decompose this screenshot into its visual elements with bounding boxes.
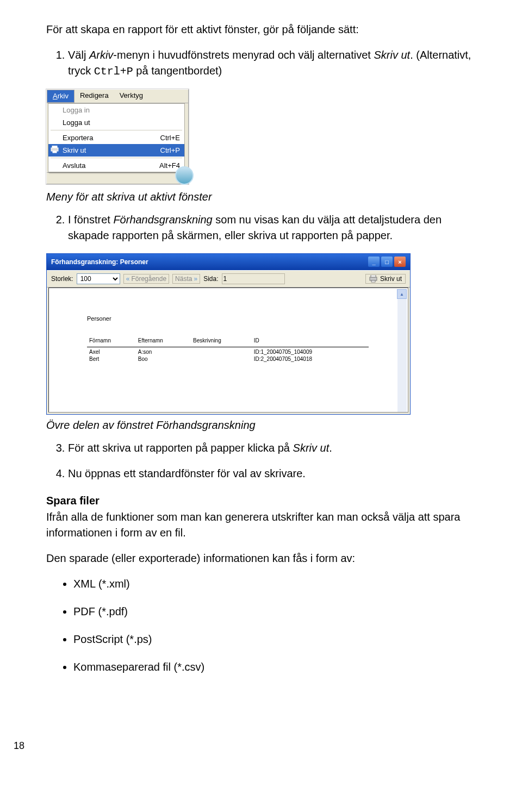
window-title: Förhandsgranskning: Personer — [51, 258, 148, 266]
label: Föregående — [131, 275, 166, 283]
storlek-select[interactable]: 100 — [77, 273, 120, 284]
steps-list-1: Välj Arkiv-menyn i huvudfönstrets menyra… — [46, 47, 476, 79]
below-dropdown-strip — [47, 172, 188, 184]
toolbar: Storlek: 100 « Föregående Nästa » Sida: … — [47, 270, 410, 288]
step-2: I fönstret Förhandsgranskning som nu vis… — [68, 212, 476, 243]
label: Skriv ut — [63, 146, 86, 154]
step-1: Välj Arkiv-menyn i huvudfönstrets menyra… — [68, 47, 476, 79]
caption-menu: Meny för att skriva ut aktivt fönster — [46, 191, 476, 203]
sida-input[interactable] — [222, 273, 285, 284]
report-title: Personer — [87, 315, 400, 322]
menubar-arkiv-rest: rkiv — [58, 92, 69, 100]
step-4: Nu öppnas ett standardfönster för val av… — [68, 466, 476, 482]
skrivut-word: Skriv ut — [374, 49, 410, 61]
close-button[interactable]: × — [394, 257, 406, 267]
col-efternamn: Efternamn — [136, 337, 191, 347]
menu-item-skrivut[interactable]: Skriv utCtrl+P — [48, 144, 184, 157]
arkiv-word: Arkiv — [89, 49, 113, 61]
label: Logga ut — [63, 118, 90, 127]
page-content: För att skapa en rapport för ett aktivt … — [0, 0, 522, 768]
svg-rect-1 — [51, 148, 58, 151]
svg-rect-5 — [371, 280, 375, 282]
spara-filer-heading: Spara filer — [46, 495, 476, 507]
format-item-xml: XML (*.xml) — [73, 576, 476, 592]
caption-preview: Övre delen av fönstret Förhandsgransknin… — [46, 419, 476, 432]
col-fornamn: Förnamn — [87, 337, 136, 347]
menu-separator — [51, 158, 182, 158]
menu-item-logga-in: Logga in — [48, 104, 184, 116]
maximize-button[interactable]: □ — [381, 257, 393, 267]
cell: ID:1_20040705_104009 — [252, 348, 369, 355]
report-canvas: ▲ Personer Förnamn Efternamn Beskrivning… — [48, 288, 408, 413]
col-beskrivning: Beskrivning — [191, 337, 252, 347]
svg-rect-4 — [370, 277, 377, 280]
menubar-verktyg[interactable]: Verktyg — [114, 90, 148, 103]
chevron-right-icon: » — [194, 275, 197, 283]
printer-icon — [51, 146, 59, 153]
label: Skriv ut — [380, 275, 402, 283]
shortcut: Ctrl+P — [160, 146, 180, 154]
window-titlebar: Förhandsgranskning: Personer _ □ × — [47, 254, 410, 270]
printer-icon — [369, 275, 378, 283]
menu-separator — [51, 130, 182, 130]
cell: A:son — [136, 348, 191, 355]
chevron-left-icon: « — [126, 275, 130, 283]
svg-rect-2 — [53, 151, 57, 153]
menubar: Arkiv Redigera Verktyg — [47, 90, 188, 103]
svg-rect-0 — [52, 146, 57, 148]
shortcut: Ctrl+E — [160, 134, 180, 142]
format-item-csv: Kommaseparerad fil (*.csv) — [73, 659, 476, 675]
svg-rect-3 — [371, 275, 376, 277]
intro-paragraph: För att skapa en rapport för ett aktivt … — [46, 22, 476, 38]
page-number: 18 — [14, 740, 476, 752]
text: -menyn i huvudfönstrets menyrad och välj… — [113, 49, 374, 61]
scroll-up-button[interactable]: ▲ — [397, 289, 407, 299]
step-3: För att skriva ut rapporten på papper kl… — [68, 440, 476, 456]
format-item-pdf: PDF (*.pdf) — [73, 604, 476, 620]
window-buttons: _ □ × — [368, 257, 406, 267]
text: på tangentbordet) — [133, 65, 222, 77]
cell: Bert — [87, 355, 136, 363]
menu-item-exportera[interactable]: ExporteraCtrl+E — [48, 132, 184, 144]
spara-paragraph-2: Den sparade (eller exporterade) informat… — [46, 551, 476, 566]
spara-paragraph-1: Ifrån alla de funktioner som man kan gen… — [46, 509, 476, 541]
shortcut-code: Ctrl+P — [94, 65, 133, 78]
menubar-redigera[interactable]: Redigera — [74, 90, 114, 103]
storlek-label: Storlek: — [51, 275, 73, 283]
menu-item-logga-ut[interactable]: Logga ut — [48, 116, 184, 129]
cell: ID:2_20040705_104018 — [252, 355, 369, 363]
col-id: ID — [252, 337, 369, 347]
steps-list-2: I fönstret Förhandsgranskning som nu vis… — [46, 212, 476, 243]
preview-screenshot: Förhandsgranskning: Personer _ □ × Storl… — [46, 253, 411, 415]
cell: Axel — [87, 348, 136, 355]
report-table: Förnamn Efternamn Beskrivning ID Axel A:… — [87, 337, 369, 363]
underline-A: A — [53, 92, 58, 100]
print-button[interactable]: Skriv ut — [365, 274, 406, 284]
prev-button[interactable]: « Föregående — [123, 274, 169, 284]
text: Välj — [68, 49, 89, 61]
next-button[interactable]: Nästa » — [172, 274, 200, 284]
shortcut: Alt+F4 — [159, 161, 180, 170]
forhandsgranskning-word: Förhandsgranskning — [113, 214, 212, 226]
label: Logga in — [63, 106, 90, 114]
menu-item-avsluta[interactable]: AvslutaAlt+F4 — [48, 159, 184, 172]
label: Exportera — [63, 134, 93, 142]
cell: Boo — [136, 355, 191, 363]
steps-list-3: För att skriva ut rapporten på papper kl… — [46, 440, 476, 482]
label: Nästa — [175, 275, 192, 283]
menu-screenshot: Arkiv Redigera Verktyg Logga in Logga ut… — [46, 89, 189, 184]
text: I fönstret — [68, 214, 113, 226]
cell — [191, 348, 252, 355]
arkiv-dropdown: Logga in Logga ut ExporteraCtrl+E Skriv … — [48, 103, 185, 172]
format-list: XML (*.xml) PDF (*.pdf) PostScript (*.ps… — [46, 576, 476, 675]
minimize-button[interactable]: _ — [368, 257, 380, 267]
sida-label: Sida: — [203, 275, 218, 283]
text: För att skriva ut rapporten på papper kl… — [68, 442, 293, 454]
text: . — [329, 442, 332, 454]
table-row: Axel A:son ID:1_20040705_104009 — [87, 348, 369, 355]
scrollbar-track[interactable] — [397, 299, 407, 412]
label: Avsluta — [63, 161, 85, 170]
table-row: Bert Boo ID:2_20040705_104018 — [87, 355, 369, 363]
cell — [191, 355, 252, 363]
menubar-arkiv[interactable]: Arkiv — [47, 90, 74, 103]
